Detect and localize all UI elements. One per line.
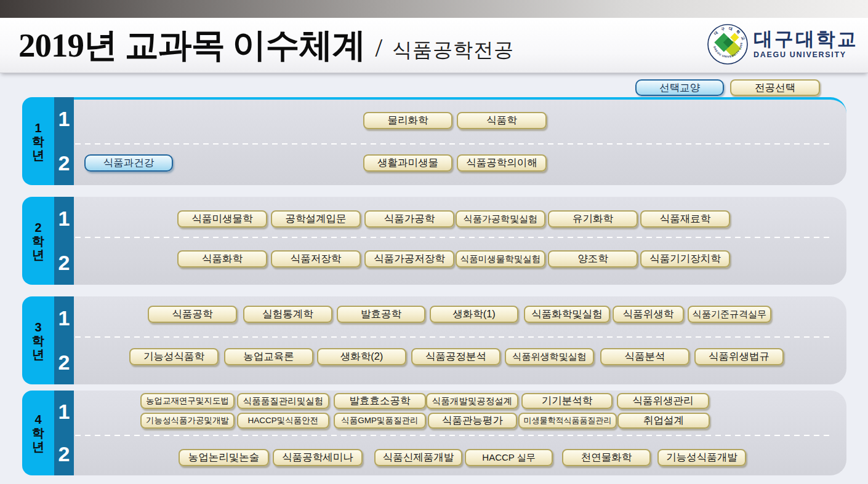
course-button[interactable]: 식품가공저장학: [364, 250, 454, 268]
course-button[interactable]: 미생물학적식품품질관리: [518, 413, 617, 429]
grade-panel: 식품미생물학공학설계입문식품가공학식품가공학및실험유기화학식품재료학식품화학식품…: [74, 197, 846, 285]
course-button[interactable]: 생활과미생물: [363, 154, 452, 172]
course-button[interactable]: 식품미생물학및실험: [456, 250, 545, 268]
semester-number: 1: [54, 296, 74, 341]
course-button[interactable]: 취업설계: [617, 413, 710, 429]
semester-strip: 12: [54, 197, 74, 285]
grade-label-char: 년: [32, 347, 44, 361]
grade-panel: 농업교재연구및지도법식품품질관리및실험발효효소공학식품개발및공정설계기기분석학식…: [74, 391, 846, 475]
course-button[interactable]: 기기분석학: [521, 393, 613, 409]
semester-divider: [75, 143, 833, 145]
semester-number: 2: [54, 341, 74, 385]
course-button[interactable]: 유기화학: [548, 210, 638, 228]
course-button[interactable]: 식품가공학: [364, 210, 454, 228]
semester-number: 2: [54, 433, 74, 475]
grade-label-char: 년: [32, 148, 44, 162]
grade-label-tab: 3학년: [22, 296, 54, 384]
title-slash: /: [376, 33, 383, 63]
slide-header: 2019년 교과목 이수체계 / 식품공학전공 대 구 대 학 교 DAEGU …: [0, 18, 868, 73]
grade-label-tab: 4학년: [22, 391, 54, 475]
course-button[interactable]: 양조학: [548, 250, 638, 268]
grade-label-char: 학: [32, 334, 44, 347]
grade-label-char: 3: [34, 320, 41, 334]
course-button[interactable]: 기능성식품가공및개발: [140, 413, 235, 429]
course-button[interactable]: 식품저장학: [271, 250, 361, 268]
grade-panel: 물리화학식품학식품과건강생활과미생물식품공학의이해: [74, 97, 846, 185]
course-button[interactable]: 식품위생관리: [617, 393, 709, 409]
semester-divider: [75, 435, 833, 436]
semester-number: 1: [54, 97, 74, 141]
semester-number: 1: [54, 391, 74, 433]
grade-label-tab: 2학년: [22, 197, 54, 285]
university-logo: 대 구 대 학 교 DAEGU UNIVERSITY 1956 대구대학교 DA…: [707, 24, 858, 65]
course-button[interactable]: 식품위생학및실험: [505, 348, 594, 365]
university-name-kr: 대구대학교: [753, 30, 858, 50]
semester-number: 1: [54, 197, 74, 241]
course-button[interactable]: 농업교육론: [224, 348, 313, 365]
course-button[interactable]: 공학설계입문: [271, 210, 361, 228]
semester-divider: [75, 336, 833, 338]
course-button[interactable]: 농업논리및논술: [179, 449, 269, 466]
course-button[interactable]: 식품위생학: [613, 306, 684, 323]
grade-panel: 식품공학실험통계학발효공학생화학(1)식품화학및실험식품위생학식품기준규격실무기…: [74, 296, 846, 384]
grade-row: 3학년12식품공학실험통계학발효공학생화학(1)식품화학및실험식품위생학식품기준…: [22, 296, 846, 384]
semester-number: 2: [54, 241, 74, 285]
course-button[interactable]: 생화학(1): [430, 306, 518, 323]
grade-label-char: 학: [32, 135, 44, 148]
grade-label-char: 2: [34, 221, 41, 234]
grade-row: 4학년12농업교재연구및지도법식품품질관리및실험발효효소공학식품개발및공정설계기…: [22, 391, 846, 475]
grade-label-tab: 1학년: [22, 97, 54, 185]
course-button[interactable]: 식품공학: [148, 306, 237, 323]
university-seal-icon: 대 구 대 학 교 DAEGU UNIVERSITY 1956: [707, 24, 748, 65]
course-button[interactable]: 식품개발및공정설계: [426, 393, 518, 409]
course-button[interactable]: 기능성식품개발: [657, 449, 746, 466]
page-title: 2019년 교과목 이수체계 / 식품공학전공: [0, 23, 514, 68]
course-button[interactable]: 식품GMP및품질관리: [334, 413, 426, 429]
semester-divider: [75, 237, 833, 238]
grade-label-char: 년: [32, 248, 44, 261]
top-gradient-bar: [0, 0, 868, 18]
course-button[interactable]: 식품신제품개발: [374, 449, 462, 466]
semester-number: 2: [54, 141, 74, 186]
course-button[interactable]: 발효공학: [337, 306, 425, 323]
course-button[interactable]: 생화학(2): [317, 348, 406, 365]
course-button[interactable]: 식품품질관리및실험: [237, 393, 329, 409]
course-button[interactable]: HACCP및식품안전: [237, 413, 329, 429]
grade-label-char: 4: [34, 413, 41, 426]
course-button[interactable]: 식품위생법규: [694, 348, 784, 365]
semester-strip: 12: [54, 97, 74, 185]
course-button[interactable]: 식품화학: [177, 250, 267, 268]
course-button[interactable]: 식품재료학: [640, 210, 730, 228]
grade-row: 2학년12식품미생물학공학설계입문식품가공학식품가공학및실험유기화학식품재료학식…: [22, 197, 846, 285]
legend-major-elective-button[interactable]: 전공선택: [730, 79, 820, 96]
course-button[interactable]: 식품공정분석: [411, 348, 500, 365]
semester-strip: 12: [54, 296, 74, 384]
course-button[interactable]: 식품가공학및실험: [456, 210, 545, 228]
course-button[interactable]: 식품기기장치학: [640, 250, 730, 268]
grade-row: 1학년12물리화학식품학식품과건강생활과미생물식품공학의이해: [22, 97, 846, 185]
course-button[interactable]: 식품공학의이해: [457, 154, 547, 172]
title-main: 2019년 교과목 이수체계: [18, 23, 366, 68]
grade-label-char: 학: [32, 426, 44, 440]
course-button[interactable]: 농업교재연구및지도법: [140, 393, 235, 409]
grade-label-char: 년: [32, 440, 44, 453]
course-button[interactable]: HACCP 실무: [465, 449, 553, 466]
course-button[interactable]: 식품기준규격실무: [688, 306, 771, 323]
university-name-en: DAEGU UNIVERSITY: [753, 51, 858, 59]
course-button[interactable]: 기능성식품학: [129, 348, 219, 365]
course-button[interactable]: 발효효소공학: [334, 393, 426, 409]
semester-strip: 12: [54, 391, 74, 475]
grade-label-char: 1: [34, 121, 41, 135]
course-button[interactable]: 식품과건강: [84, 154, 173, 172]
course-button[interactable]: 식품분석: [600, 348, 689, 365]
course-button[interactable]: 식품학: [457, 112, 547, 129]
course-button[interactable]: 실험통계학: [243, 306, 332, 323]
course-button[interactable]: 식품미생물학: [177, 210, 267, 228]
course-button[interactable]: 식품관능평가: [428, 413, 517, 429]
legend-general-elective-button[interactable]: 선택교양: [635, 79, 724, 96]
course-button[interactable]: 식품화학및실험: [524, 306, 610, 323]
course-button[interactable]: 천연물화학: [562, 449, 651, 466]
course-button[interactable]: 식품공학세미나: [273, 449, 363, 466]
course-button[interactable]: 물리화학: [363, 112, 452, 129]
grade-label-char: 학: [32, 234, 44, 248]
